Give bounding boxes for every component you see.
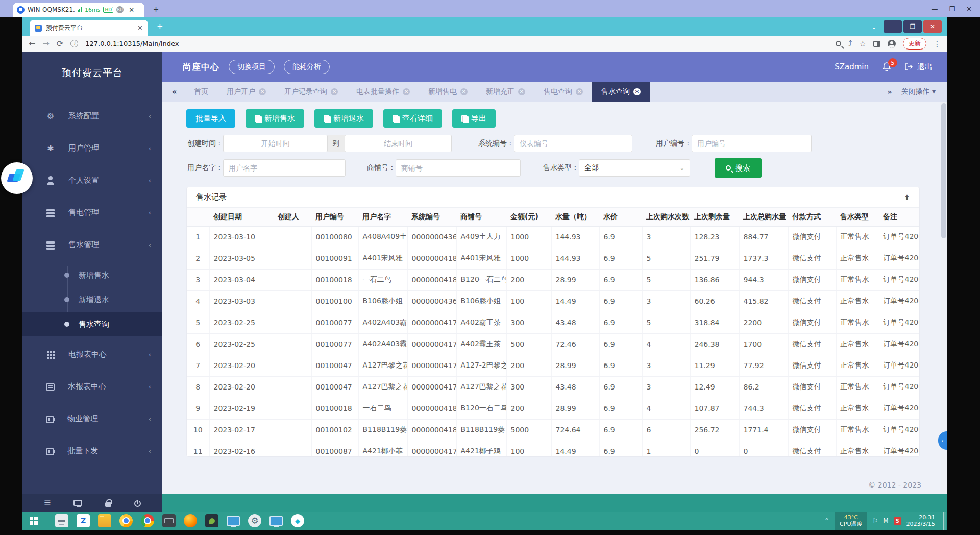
sidebar-subitem[interactable]: 售水查询 — [22, 312, 162, 336]
tab-close-icon[interactable]: ✕ — [137, 24, 143, 32]
window-minimize-button[interactable]: — — [884, 20, 902, 33]
energy-analysis-button[interactable]: 能耗分析 — [284, 60, 330, 74]
action-button-1[interactable]: 批量导入 — [186, 109, 235, 128]
tab-close-icon[interactable]: ✕ — [633, 88, 641, 95]
switch-project-button[interactable]: 切换项目 — [229, 60, 275, 74]
sidebar-item-8[interactable]: 物业管理‹ — [22, 403, 162, 435]
browser-menu-icon[interactable]: ⋮ — [934, 40, 941, 48]
new-tab-button[interactable]: ＋ — [155, 20, 164, 32]
sidebar-item-3[interactable]: 个人设置‹ — [22, 164, 162, 197]
table-row[interactable]: 82023-02-2000100047A127巴黎之花0000000417A12… — [187, 376, 919, 398]
session-close-icon[interactable]: ✕ — [129, 6, 134, 14]
sidebar-subitem[interactable]: 新增售水 — [22, 263, 162, 287]
sogou-icon[interactable] — [77, 514, 90, 527]
todesk-floating-ball[interactable] — [1, 162, 33, 194]
share-icon[interactable]: ⤴ — [848, 39, 852, 48]
sale-type-select[interactable]: 全部 ⌄ — [579, 159, 690, 177]
new-session-button[interactable]: ＋ — [152, 3, 160, 15]
side-panel-icon[interactable] — [873, 41, 880, 47]
table-row[interactable]: 112023-02-1600100087A421椰小菲0000000417A42… — [187, 441, 919, 456]
sidebar-item-9[interactable]: 批量下发‹ — [22, 435, 162, 467]
chevron-up-icon[interactable]: ⌃ — [824, 517, 829, 524]
sidebar-subitem[interactable]: 新增退水 — [22, 287, 162, 312]
tab-close-icon[interactable]: ✕ — [403, 88, 410, 95]
action-button-5[interactable]: 导出 — [452, 109, 496, 128]
bookmark-star-icon[interactable]: ☆ — [860, 39, 866, 48]
window-close-button[interactable]: ✕ — [923, 20, 942, 33]
notification-bell-icon[interactable]: 5 — [882, 62, 891, 72]
table-row[interactable]: 52023-02-2500100077A402A403霸王茶0000000417… — [187, 312, 919, 333]
table-row[interactable]: 72023-02-2000100047A127巴黎之花0000000417A12… — [187, 355, 919, 376]
action-button-2[interactable]: 新增售水 — [246, 109, 304, 128]
client-close-button[interactable]: ✕ — [966, 5, 972, 13]
browser-tab[interactable]: 预付费云平台 ✕ — [30, 20, 148, 36]
client-minimize-button[interactable]: — — [931, 5, 938, 13]
page-tab-6[interactable]: 新增充正✕ — [477, 82, 534, 102]
firefox-icon[interactable] — [184, 514, 197, 527]
address-bar[interactable]: 127.0.0.1:10315/Main/Index — [85, 40, 179, 47]
page-tab-2[interactable]: 用户开户✕ — [217, 82, 275, 102]
forward-icon[interactable]: → — [42, 39, 49, 48]
sidebar-item-5[interactable]: 售水管理‹ — [22, 229, 162, 261]
sogou-tray-icon[interactable]: S — [894, 517, 901, 525]
profile-avatar[interactable] — [888, 40, 896, 48]
menu-icon[interactable]: ☰ — [44, 498, 51, 507]
tab-close-icon[interactable]: ✕ — [576, 88, 583, 95]
monitor-icon[interactable] — [74, 500, 82, 506]
table-row[interactable]: 102023-02-1700100102B118B119蒌0000000418B… — [187, 419, 919, 441]
page-tab-5[interactable]: 新增售电✕ — [419, 82, 477, 102]
lock-icon[interactable] — [105, 502, 111, 507]
collapse-icon[interactable]: ⬆ — [904, 193, 910, 202]
cpu-temp-widget[interactable]: 43°C CPU温度 — [835, 512, 867, 530]
end-time-input[interactable] — [345, 135, 452, 152]
page-tab-7[interactable]: 售电查询✕ — [534, 82, 592, 102]
settings-icon[interactable] — [248, 514, 261, 527]
start-time-input[interactable] — [223, 135, 328, 152]
reload-icon[interactable]: ⟳ — [57, 39, 63, 48]
page-tab-8[interactable]: 售水查询✕ — [592, 82, 650, 102]
sidebar-item-7[interactable]: 水报表中心‹ — [22, 371, 162, 403]
taskbar-clock[interactable]: 20:31 2023/3/15 — [906, 514, 938, 527]
display-icon[interactable] — [270, 514, 283, 527]
scrollbar-thumb[interactable] — [941, 103, 946, 238]
logout-button[interactable]: 退出 — [904, 62, 933, 72]
chrome-icon[interactable] — [141, 514, 154, 527]
window-restore-button[interactable]: ❐ — [903, 20, 922, 33]
flag-icon[interactable]: ⚐ — [872, 517, 878, 524]
wallpaper-icon[interactable] — [205, 514, 218, 527]
sidebar-item-2[interactable]: ✱用户管理‹ — [22, 132, 162, 164]
close-operations-dropdown[interactable]: 关闭操作 ▾ — [901, 87, 936, 96]
table-row[interactable]: 12023-03-1000100080A408A409土大力0000000436… — [187, 226, 919, 248]
action-button-4[interactable]: 查看详细 — [383, 109, 442, 128]
remote-session-tab[interactable]: WIN-OQMSK21... 16ms HD RU ✕ — [13, 3, 144, 17]
tab-close-icon[interactable]: ✕ — [460, 88, 468, 95]
chrome-canary-icon[interactable] — [119, 514, 133, 527]
folder-icon[interactable] — [98, 514, 111, 527]
table-row[interactable]: 32023-03-0400100018一石二鸟0000000418B120一石二… — [187, 269, 919, 290]
user-no-input[interactable] — [692, 135, 812, 152]
action-button-3[interactable]: 新增退水 — [314, 109, 373, 128]
user-name-input[interactable] — [223, 159, 346, 177]
table-row[interactable]: 42023-03-0300100100B106滕小姐0000000436B106… — [187, 290, 919, 312]
power-icon[interactable] — [134, 500, 141, 507]
table-row[interactable]: 92023-02-1900100018一石二鸟0000000418B120一石二… — [187, 398, 919, 419]
ime-icon[interactable]: M — [883, 517, 888, 524]
tab-search-icon[interactable]: ⌄ — [871, 23, 877, 31]
site-info-icon[interactable]: i — [70, 40, 78, 47]
zoom-icon[interactable] — [836, 41, 841, 46]
page-tab-3[interactable]: 开户记录查询✕ — [275, 82, 347, 102]
keyboard-icon[interactable] — [162, 514, 176, 527]
show-desktop-button[interactable] — [943, 512, 946, 530]
update-button[interactable]: 更新 — [903, 38, 926, 50]
page-tab-1[interactable]: 首页 — [185, 82, 217, 102]
system-no-input[interactable] — [514, 135, 632, 152]
shop-no-input[interactable] — [396, 159, 521, 177]
sidebar-item-6[interactable]: 电报表中心‹ — [22, 338, 162, 371]
tabs-scroll-left-icon[interactable]: « — [162, 82, 185, 102]
tabs-scroll-right-icon[interactable]: » — [887, 88, 892, 96]
start-button[interactable] — [23, 512, 44, 530]
printer-icon[interactable] — [55, 514, 68, 527]
tab-close-icon[interactable]: ✕ — [331, 88, 338, 95]
table-row[interactable]: 22023-03-0500100091A401宋风雅0000000418A401… — [187, 248, 919, 269]
todesk-icon[interactable] — [291, 514, 304, 527]
